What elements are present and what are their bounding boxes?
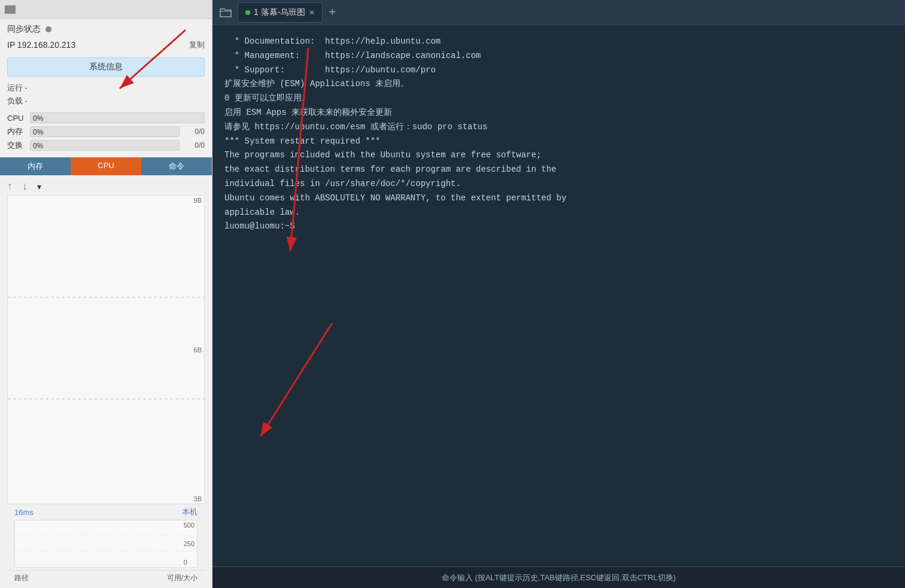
download-arrow-icon: ↓ xyxy=(22,180,28,193)
ping-graph-labels: 500 250 0 xyxy=(184,520,195,567)
terminal-line: individual files in /usr/share/doc/*/cop… xyxy=(224,177,893,191)
cpu-progress-bar: 0% xyxy=(30,112,205,123)
network-graph: 9B 6B 3B xyxy=(7,195,205,504)
ping-graph-svg xyxy=(15,520,197,567)
terminal-line: * Support: https://ubuntu.com/pro xyxy=(224,63,893,78)
ping-label-0: 0 xyxy=(184,559,195,566)
disk-path-label: 路径 xyxy=(14,573,29,583)
graph-label-3b: 3B xyxy=(194,495,202,502)
swap-row: 交换 0% 0/0 xyxy=(0,140,212,151)
folder-icon-button[interactable] xyxy=(215,2,236,23)
run-row: 运行 - xyxy=(7,83,205,93)
sync-row: 同步状态 xyxy=(0,19,212,37)
terminal-line: the exact distribution terms for each pr… xyxy=(224,163,893,177)
ping-graph: 500 250 0 xyxy=(14,520,198,568)
ping-label-250: 250 xyxy=(184,540,195,547)
load-label: 负载 - xyxy=(7,96,28,106)
network-graph-svg xyxy=(8,196,204,504)
network-graph-labels: 9B 6B 3B xyxy=(194,196,202,504)
top-bar xyxy=(0,0,212,19)
swap-label: 交换 xyxy=(7,140,26,151)
mem-side: 0/0 xyxy=(183,127,205,136)
tab-label: 1 落幕-乌班图 xyxy=(254,7,305,18)
copy-button[interactable]: 复制 xyxy=(189,39,205,50)
sys-info-button[interactable]: 系统信息 xyxy=(7,57,205,77)
swap-value: 0% xyxy=(33,141,43,151)
folder-icon xyxy=(219,7,232,18)
tab-cpu[interactable]: CPU xyxy=(71,157,141,175)
ping-value: 16ms xyxy=(14,508,34,517)
terminal-bottom-bar: 命令输入 (按ALT键提示历史,TAB键路径,ESC键返回,双击CTRL切换) xyxy=(212,566,905,588)
terminal-line: *** System restart required *** xyxy=(224,135,893,149)
terminal-tab-1[interactable]: 1 落幕-乌班图 ✕ xyxy=(238,2,323,23)
mem-row: 内存 0% 0/0 xyxy=(0,126,212,137)
tab-close-button[interactable]: ✕ xyxy=(309,8,315,17)
mem-label: 内存 xyxy=(7,126,26,137)
terminal-line: luomu@luomu:~$ xyxy=(224,220,893,234)
cpu-label: CPU xyxy=(7,114,26,123)
resource-tab-bar: 内存 CPU 命令 xyxy=(0,157,212,175)
sync-dot xyxy=(45,26,51,32)
upload-arrow-icon: ↑ xyxy=(7,180,13,193)
load-row: 负载 - xyxy=(7,96,205,106)
terminal-line: The programs included with the Ubuntu sy… xyxy=(224,148,893,163)
tab-command[interactable]: 命令 xyxy=(141,157,212,175)
disk-size-label: 可用/大小 xyxy=(167,573,198,583)
dropdown-arrow-icon[interactable]: ▾ xyxy=(37,182,41,191)
terminal-line: 请参见 https://ubuntu.com/esm 或者运行：sudo pro… xyxy=(224,120,893,135)
terminal-line: 0 更新可以立即应用。 xyxy=(224,92,893,106)
terminal-content[interactable]: * Documentation: https://help.ubuntu.com… xyxy=(212,25,905,566)
network-header: ↑ ↓ ▾ xyxy=(7,180,205,193)
graph-label-6b: 6B xyxy=(194,346,202,354)
terminal-tab-bar: 1 落幕-乌班图 ✕ + xyxy=(212,0,905,25)
tab-status-dot xyxy=(245,10,250,15)
graph-label-9b: 9B xyxy=(194,197,202,204)
terminal-hint-text: 命令输入 (按ALT键提示历史,TAB键路径,ESC键返回,双击CTRL切换) xyxy=(442,572,676,583)
ip-text: IP 192.168.20.213 xyxy=(7,40,75,50)
network-section: ↑ ↓ ▾ 9B 6B 3B 16ms 本机 xyxy=(0,175,212,588)
terminal-line: * Management: https://landscape.canonica… xyxy=(224,49,893,63)
app-icon xyxy=(5,5,16,14)
ping-row: 16ms 本机 xyxy=(7,504,205,520)
tab-memory[interactable]: 内存 xyxy=(0,157,71,175)
right-panel: 1 落幕-乌班图 ✕ + * Documentation: https://he… xyxy=(212,0,905,588)
network-arrows: ↑ ↓ ▾ xyxy=(7,180,41,193)
ping-label-500: 500 xyxy=(184,522,195,529)
cpu-row: CPU 0% xyxy=(0,112,212,123)
swap-progress-bar: 0% xyxy=(30,140,180,151)
disk-header: 路径 可用/大小 xyxy=(7,570,205,586)
ip-row: IP 192.168.20.213 复制 xyxy=(0,37,212,55)
swap-side: 0/0 xyxy=(183,141,205,150)
mem-value: 0% xyxy=(33,127,43,138)
terminal-line: 启用 ESM Apps 来获取未来的额外安全更新 xyxy=(224,106,893,120)
mem-progress-bar: 0% xyxy=(30,126,180,137)
ping-local: 本机 xyxy=(182,507,198,517)
terminal-line: 扩展安全维护 (ESM) Applications 未启用。 xyxy=(224,77,893,92)
cpu-value: 0% xyxy=(33,113,43,124)
sync-label: 同步状态 xyxy=(7,24,41,35)
terminal-line: * Documentation: https://help.ubuntu.com xyxy=(224,35,893,49)
run-label: 运行 - xyxy=(7,83,28,93)
info-rows: 运行 - 负载 - xyxy=(0,79,212,112)
add-tab-button[interactable]: + xyxy=(324,4,341,21)
terminal-line: Ubuntu comes with ABSOLUTELY NO WARRANTY… xyxy=(224,191,893,206)
terminal-line: applicable law. xyxy=(224,206,893,220)
